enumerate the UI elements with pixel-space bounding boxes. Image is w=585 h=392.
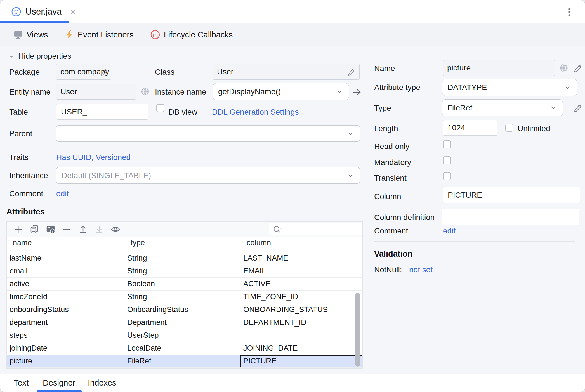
transient-checkbox[interactable] — [443, 172, 451, 180]
close-icon[interactable] — [69, 8, 77, 15]
edit-pencil-icon[interactable] — [346, 67, 355, 76]
chevron-down-icon — [346, 171, 355, 180]
event-listeners-label: Event Listeners — [78, 30, 134, 39]
globe-icon[interactable] — [559, 63, 569, 73]
read-only-checkbox[interactable] — [443, 140, 451, 148]
package-field[interactable]: com.company.onboar — [56, 64, 111, 80]
table-cell-column[interactable]: JOINING_DATE — [240, 342, 362, 355]
column-header-name[interactable]: name — [7, 237, 124, 249]
table-row[interactable]: pictureFileRefPICTURE — [7, 355, 362, 368]
table-cell-name[interactable]: onboardingStatus — [7, 303, 124, 316]
collapse-properties-label: Hide properties — [18, 52, 71, 61]
db-view-checkbox[interactable] — [156, 104, 164, 112]
attributes-table-body: lastNameStringLAST_NAMEemailStringEMAILa… — [7, 252, 362, 368]
table-cell-type[interactable]: FileRef — [124, 355, 240, 367]
table-cell-column[interactable]: LAST_NAME — [240, 252, 362, 265]
remove-attribute-button[interactable] — [62, 224, 72, 235]
table-cell-column[interactable]: ACTIVE — [240, 278, 362, 290]
table-row[interactable]: onboardingStatusOnboardingStatusONBOARDI… — [7, 303, 362, 316]
copy-attribute-icon[interactable] — [29, 224, 40, 235]
table-field[interactable]: USER_ — [56, 104, 148, 120]
class-field[interactable]: User — [213, 64, 360, 80]
table-scrollbar-thumb[interactable] — [355, 293, 360, 367]
name-field[interactable]: picture — [443, 60, 555, 76]
table-cell-name[interactable]: timeZoneId — [7, 291, 124, 303]
mandatory-label: Mandatory — [374, 158, 411, 167]
eye-visibility-icon[interactable] — [110, 224, 121, 235]
comment-edit-link[interactable]: edit — [443, 226, 456, 235]
table-row[interactable]: departmentDepartmentDEPARTMENT_ID — [7, 316, 362, 329]
table-label: Table — [9, 108, 28, 117]
table-row[interactable]: activeBooleanACTIVE — [7, 278, 362, 291]
ddl-generation-settings-link[interactable]: DDL Generation Settings — [212, 108, 299, 117]
table-cell-type[interactable]: UserStep — [124, 329, 240, 342]
column-header-type[interactable]: type — [124, 237, 240, 249]
tab-indexes[interactable]: Indexes — [88, 378, 116, 388]
table-row[interactable]: joiningDateLocalDateJOINING_DATE — [7, 342, 362, 355]
table-cell-name[interactable]: joiningDate — [7, 342, 124, 355]
collapse-properties-toggle[interactable]: Hide properties — [8, 52, 71, 61]
table-cell-type[interactable]: String — [124, 291, 240, 303]
table-cell-type[interactable]: String — [124, 252, 240, 265]
edit-pencil-icon[interactable] — [572, 103, 582, 113]
table-cell-name[interactable]: email — [7, 265, 124, 277]
column-definition-field[interactable] — [442, 209, 579, 225]
table-cell-type[interactable]: Department — [124, 316, 240, 329]
table-cell-column[interactable]: DEPARTMENT_ID — [240, 316, 362, 329]
globe-icon[interactable] — [140, 86, 150, 96]
add-to-fetch-plan-icon[interactable]: f — [45, 224, 56, 235]
table-row[interactable]: stepsUserStep — [7, 329, 362, 342]
edit-pencil-icon[interactable] — [99, 67, 108, 76]
length-field[interactable]: 1024 — [443, 120, 497, 136]
table-cell-column[interactable]: ONBOARDING_STATUS — [240, 303, 362, 316]
column-header-column[interactable]: column — [240, 237, 362, 249]
editor-tab-bar: C User.java — [0, 0, 585, 23]
entity-name-field[interactable]: User — [56, 84, 136, 100]
notnull-not-set-link[interactable]: not set — [409, 265, 433, 274]
table-row[interactable]: timeZoneIdStringTIME_ZONE_ID — [7, 291, 362, 303]
collapse-divider — [75, 56, 363, 56]
mandatory-checkbox[interactable] — [443, 156, 451, 164]
move-down-button-disabled[interactable] — [94, 224, 105, 235]
java-class-icon: C — [11, 6, 22, 17]
table-cell-type[interactable]: Boolean — [124, 278, 240, 290]
inheritance-dropdown[interactable]: Default (SINGLE_TABLE) — [56, 167, 360, 184]
table-cell-name[interactable]: lastName — [7, 252, 124, 265]
move-up-button[interactable] — [78, 224, 88, 235]
table-cell-name[interactable]: department — [7, 316, 124, 329]
lightning-icon — [64, 30, 74, 40]
table-cell-type[interactable]: OnboardingStatus — [124, 303, 240, 316]
comment-edit-link[interactable]: edit — [56, 189, 69, 198]
chevron-down-icon — [563, 83, 572, 92]
parent-dropdown[interactable] — [56, 125, 360, 142]
tab-designer[interactable]: Designer — [43, 378, 75, 388]
table-cell-column[interactable]: PICTURE — [240, 355, 362, 367]
traits-link[interactable]: Has UUID, Versioned — [56, 153, 131, 162]
table-row[interactable]: lastNameStringLAST_NAME — [7, 252, 362, 265]
table-cell-type[interactable]: LocalDate — [124, 342, 240, 355]
tab-text[interactable]: Text — [14, 378, 29, 388]
lifecycle-callbacks-button[interactable]: m Lifecycle Callbacks — [150, 29, 233, 40]
unlimited-checkbox[interactable] — [505, 124, 513, 132]
type-dropdown[interactable]: FileRef — [442, 99, 563, 116]
views-button[interactable]: Views — [13, 30, 48, 40]
go-to-method-arrow-icon[interactable] — [352, 87, 362, 98]
instance-name-combobox[interactable]: getDisplayName() — [213, 83, 349, 100]
attributes-search-input[interactable] — [269, 223, 362, 235]
edit-pencil-icon[interactable] — [572, 63, 582, 73]
table-cell-column[interactable] — [240, 329, 362, 342]
table-cell-type[interactable]: String — [124, 265, 240, 277]
table-cell-column[interactable]: TIME_ZONE_ID — [240, 291, 362, 303]
attribute-type-dropdown[interactable]: DATATYPE — [442, 79, 577, 96]
more-options-button[interactable] — [563, 6, 575, 18]
table-cell-name[interactable]: steps — [7, 329, 124, 342]
table-cell-name[interactable]: active — [7, 278, 124, 290]
table-cell-column[interactable]: EMAIL — [240, 265, 362, 277]
event-listeners-button[interactable]: Event Listeners — [64, 30, 134, 40]
table-cell-name[interactable]: picture — [7, 355, 124, 367]
tab-user-java[interactable]: C User.java — [8, 4, 79, 20]
table-row[interactable]: emailStringEMAIL — [7, 265, 362, 278]
add-attribute-button[interactable] — [13, 224, 23, 235]
column-field[interactable]: PICTURE — [443, 187, 580, 203]
column-value: PICTURE — [448, 191, 482, 200]
